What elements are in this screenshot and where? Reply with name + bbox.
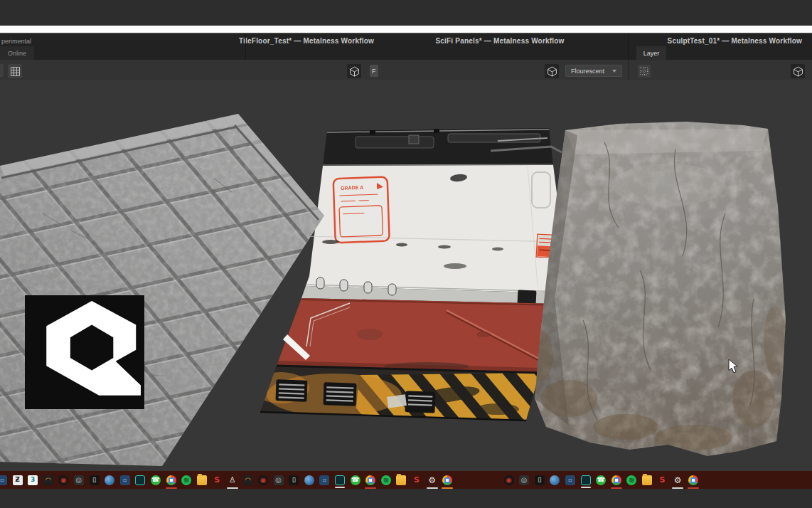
taskbar-icon-teal[interactable] bbox=[135, 475, 145, 485]
taskbar-icon-bluec[interactable] bbox=[304, 475, 314, 485]
taskbar-icon-epic[interactable]: ▯ bbox=[289, 475, 299, 485]
taskbar-icon-navy[interactable]: ▫ bbox=[0, 475, 7, 485]
tab-online[interactable]: Online bbox=[0, 46, 34, 60]
taskbar-icon-reds[interactable]: S bbox=[412, 475, 422, 485]
grid-view-button[interactable] bbox=[8, 64, 22, 78]
grid-view-icon bbox=[11, 67, 20, 76]
toolbar: F Flourescent bbox=[0, 60, 812, 80]
taskbar-icon-max3[interactable]: 3 bbox=[28, 475, 38, 485]
running-app-indicator bbox=[581, 487, 591, 488]
lighting-dropdown-value: Flourescent bbox=[571, 68, 612, 75]
taskbar-icon-chrome[interactable] bbox=[442, 475, 452, 485]
taskbar-icon-gear[interactable]: ⚙ bbox=[673, 475, 683, 485]
taskbar-icon-teal[interactable] bbox=[335, 475, 345, 485]
taskbar-icon-whatsapp[interactable]: ☎ bbox=[151, 475, 161, 485]
taskbar-icon-redring[interactable]: ◉ bbox=[58, 475, 68, 485]
preview-cube-icon bbox=[547, 66, 557, 77]
taskbar-icon-navy[interactable]: ▫ bbox=[565, 475, 575, 485]
preview-sphere-button[interactable] bbox=[347, 64, 361, 78]
taskbar-icon-spotify[interactable]: ≋ bbox=[181, 475, 191, 485]
taskbar-icon-gear[interactable]: ⚙ bbox=[427, 475, 437, 485]
tab-layer-label: Layer bbox=[643, 50, 660, 57]
viewport-canvas[interactable] bbox=[0, 80, 812, 471]
search-field-fragment[interactable]: F bbox=[370, 65, 378, 77]
tab-layer[interactable]: Layer bbox=[636, 46, 666, 60]
window-title-scifipanels: SciFi Panels* — Metalness Workflow bbox=[429, 37, 571, 45]
window-title-tilefloor: TileFloor_Test* — Metalness Workflow bbox=[235, 37, 378, 45]
taskbar-icon-navy[interactable]: ▫ bbox=[319, 475, 329, 485]
taskbar-icon-reds[interactable]: S bbox=[212, 475, 222, 485]
taskbar-icon-redring[interactable]: ◉ bbox=[504, 475, 514, 485]
panel-seam bbox=[628, 60, 629, 80]
taskbar-icon-camera[interactable]: ◎ bbox=[274, 475, 284, 485]
taskbar-icon-zbrush[interactable]: Ƶ bbox=[13, 475, 23, 485]
app-window: perimental TileFloor_Test* — Metalness W… bbox=[0, 0, 812, 508]
taskbar-icon-camera[interactable]: ◎ bbox=[519, 475, 529, 485]
dotted-grid-button[interactable] bbox=[638, 65, 651, 78]
taskbar[interactable]: ▫Ƶ3◠◉◎▯▫☎≋S♙◠◉◎▯▫☎≋S⚙◉◎▯▫☎≋S⚙ bbox=[0, 471, 812, 489]
taskbar-icon-camera[interactable]: ◎ bbox=[74, 475, 84, 485]
taskbar-icon-folder[interactable] bbox=[197, 475, 207, 485]
preview-sphere-button[interactable] bbox=[791, 64, 805, 78]
taskbar-icon-epic[interactable]: ▯ bbox=[90, 475, 100, 485]
taskbar-icon-whatsapp[interactable]: ☎ bbox=[596, 475, 606, 485]
taskbar-icon-chrome[interactable] bbox=[611, 475, 621, 485]
letterbox-bottom bbox=[0, 489, 812, 508]
lighting-dropdown[interactable]: Flourescent bbox=[565, 65, 622, 77]
cut-off-toolbar-icon[interactable] bbox=[0, 64, 4, 77]
taskbar-icon-whatsapp[interactable]: ☎ bbox=[351, 475, 360, 485]
cut-off-menu-text: perimental bbox=[1, 38, 31, 45]
window-divider bbox=[628, 33, 629, 60]
white-divider-band bbox=[0, 26, 812, 33]
taskbar-icon-spotify[interactable]: ≋ bbox=[381, 475, 391, 485]
taskbar-icon-reds[interactable]: S bbox=[658, 475, 668, 485]
taskbar-icon-navy[interactable]: ▫ bbox=[120, 475, 130, 485]
taskbar-icon-bluec[interactable] bbox=[105, 475, 114, 485]
window-title-sculpttest: SculptTest_01* — Metalness Workflow bbox=[640, 37, 802, 45]
chevron-down-icon bbox=[612, 70, 616, 73]
taskbar-icon-marmoset[interactable]: ◠ bbox=[243, 475, 253, 485]
running-app-indicator bbox=[335, 487, 345, 488]
taskbar-icon-chrome[interactable] bbox=[365, 475, 375, 485]
dotted-grid-icon bbox=[640, 67, 648, 75]
letterbox-top bbox=[0, 0, 812, 26]
taskbar-icon-chrome[interactable] bbox=[166, 475, 176, 485]
taskbar-icon-bluec[interactable] bbox=[550, 475, 560, 485]
titlebar: perimental TileFloor_Test* — Metalness W… bbox=[0, 33, 812, 60]
taskbar-icon-marmoset[interactable]: ◠ bbox=[43, 475, 53, 485]
taskbar-icon-spotify[interactable]: ≋ bbox=[626, 475, 636, 485]
subpanel-corner-fragment bbox=[636, 164, 644, 174]
taskbar-icon-epic[interactable]: ▯ bbox=[535, 475, 545, 485]
taskbar-icons: ▫Ƶ3◠◉◎▯▫☎≋S♙◠◉◎▯▫☎≋S⚙◉◎▯▫☎≋S⚙ bbox=[0, 471, 698, 489]
preview-sphere-button[interactable] bbox=[545, 64, 559, 78]
taskbar-icon-folder[interactable] bbox=[396, 475, 406, 485]
taskbar-icon-folder[interactable] bbox=[642, 475, 652, 485]
taskbar-icon-teal[interactable] bbox=[581, 475, 591, 485]
taskbar-icon-chrome[interactable] bbox=[688, 475, 698, 485]
taskbar-icon-redring[interactable]: ◉ bbox=[258, 475, 268, 485]
tab-online-label: Online bbox=[8, 50, 26, 57]
preview-cube-icon bbox=[793, 66, 803, 77]
window-divider bbox=[245, 33, 246, 60]
preview-cube-icon bbox=[349, 66, 360, 77]
taskbar-icon-figure[interactable]: ♙ bbox=[228, 475, 237, 485]
